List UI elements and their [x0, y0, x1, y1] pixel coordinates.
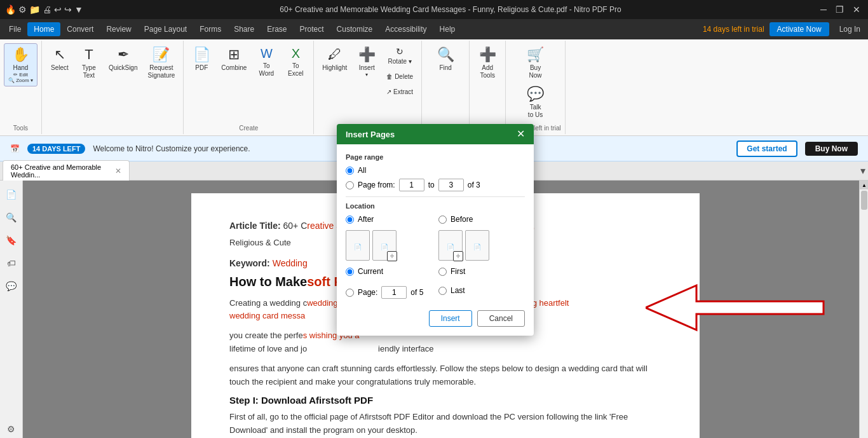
page-from-input[interactable] — [399, 179, 424, 191]
menu-review[interactable]: Review — [100, 22, 137, 36]
talk-label: Talkto Us — [528, 104, 543, 119]
radio-last[interactable] — [438, 287, 447, 295]
menu-file[interactable]: File — [3, 22, 27, 36]
radio-first[interactable] — [438, 268, 447, 276]
hand-button[interactable]: ✋ Hand ✏ Edit 🔍 Zoom ▾ — [4, 43, 37, 86]
menu-accessibility[interactable]: Accessibility — [379, 22, 433, 36]
request-sig-icon: 📝 — [153, 46, 170, 63]
zoom-label: 🔍 Zoom ▾ — [8, 78, 33, 83]
ribbon-select-items: ↖ Select T TypeText ✒ QuickSign 📝 Reques… — [46, 43, 179, 132]
menu-share[interactable]: Share — [227, 22, 261, 36]
radio-page-from[interactable] — [346, 181, 354, 189]
find-button[interactable]: 🔍 Find — [431, 43, 459, 75]
activate-now-button[interactable]: Activate Now — [770, 22, 829, 36]
undo-icon[interactable]: ↩ — [54, 4, 62, 15]
before-option: Before 📄 + 📄 — [438, 215, 525, 261]
close-tab-button[interactable]: ✕ — [115, 167, 121, 175]
hand-icon: ✋ — [12, 46, 29, 63]
highlight-button[interactable]: 🖊 Highlight — [318, 43, 351, 75]
buy-now-ribbon-button[interactable]: 🛒 BuyNow — [522, 43, 550, 83]
sidebar-comment-icon[interactable]: 💬 — [3, 277, 20, 295]
dialog-body: Page range All Page from: to of 3 Locati… — [337, 144, 534, 336]
sidebar-search-icon[interactable]: 🔍 — [3, 209, 20, 226]
to-label: to — [428, 181, 435, 189]
get-started-button[interactable]: Get started — [736, 140, 797, 157]
menu-bar: File Home Convert Review Page Layout For… — [0, 19, 868, 39]
type-text-button[interactable]: T TypeText — [75, 43, 103, 83]
radio-before[interactable] — [438, 216, 447, 224]
cancel-button[interactable]: Cancel — [477, 310, 525, 327]
insert-button[interactable]: Insert — [429, 310, 472, 327]
scroll-thumb[interactable] — [861, 191, 867, 210]
maximize-button[interactable]: ❐ — [833, 4, 846, 15]
minimize-button[interactable]: ─ — [818, 4, 829, 15]
highlight-label: Highlight — [322, 64, 347, 72]
to-excel-button[interactable]: X ToExcel — [281, 43, 309, 81]
window-title: 60+ Creative and Memorable Wedding Card … — [83, 5, 818, 14]
new-icon[interactable]: ⚙ — [18, 4, 27, 15]
before-page-thumb2: 📄 — [465, 230, 489, 261]
quick-sign-button[interactable]: ✒ QuickSign — [104, 43, 142, 75]
current-radio-row: Current — [346, 267, 383, 276]
talk-to-us-button[interactable]: 💬 Talkto Us — [522, 83, 550, 122]
dialog-close-button[interactable]: ✕ — [517, 129, 525, 139]
menu-forms[interactable]: Forms — [193, 22, 227, 36]
combine-button[interactable]: ⊞ Combine — [217, 43, 251, 75]
menu-convert[interactable]: Convert — [60, 22, 100, 36]
step1-heading: Step I: Download Afirstsoft PDF — [229, 395, 661, 406]
sidebar-settings-icon[interactable]: ⚙ — [3, 420, 20, 438]
menu-customize[interactable]: Customize — [330, 22, 379, 36]
request-signature-button[interactable]: 📝 RequestSignature — [143, 43, 179, 83]
pdf-button[interactable]: 📄 PDF — [187, 43, 215, 75]
menu-protect[interactable]: Protect — [294, 22, 330, 36]
document-tab[interactable]: 60+ Creative and Memorable Weddin... ✕ — [3, 160, 130, 181]
more-icon[interactable]: ▼ — [74, 4, 83, 15]
title-bar: 🔥 ⚙ 📁 🖨 ↩ ↪ ▼ 60+ Creative and Memorable… — [0, 0, 868, 19]
buy-now-notif-button[interactable]: Buy Now — [805, 142, 858, 156]
menu-home[interactable]: Home — [27, 22, 60, 36]
radio-after[interactable] — [346, 216, 354, 224]
add-tools-label: AddTools — [480, 64, 495, 79]
open-icon[interactable]: 📁 — [29, 4, 40, 15]
redo-icon[interactable]: ↪ — [64, 4, 72, 15]
sidebar-tag-icon[interactable]: 🏷 — [3, 254, 20, 272]
menu-page-layout[interactable]: Page Layout — [138, 22, 193, 36]
vertical-scrollbar[interactable]: ▲ — [859, 181, 868, 438]
sidebar-bookmark-icon[interactable]: 🔖 — [3, 231, 20, 249]
select-button[interactable]: ↖ Select — [46, 43, 74, 75]
log-in-button[interactable]: Log In — [834, 25, 865, 34]
extract-button[interactable]: ↗ Extract — [382, 85, 417, 99]
create-group-label: Create — [239, 122, 258, 132]
print-icon[interactable]: 🖨 — [43, 4, 51, 15]
scroll-up-button[interactable]: ▲ — [860, 181, 868, 189]
close-button[interactable]: ✕ — [850, 4, 863, 15]
insert-button[interactable]: ➕ Insert ▾ — [353, 43, 381, 81]
rotate-button[interactable]: ↻ Rotate ▾ — [382, 43, 417, 69]
insert-label: Insert — [359, 64, 375, 72]
page-number-input[interactable] — [381, 286, 407, 299]
select-label: Select — [51, 64, 69, 72]
radio-page-from-label: Page from: — [358, 181, 395, 189]
radio-all[interactable] — [346, 167, 354, 175]
radio-current[interactable] — [346, 268, 354, 276]
page-to-input[interactable] — [438, 179, 464, 191]
tab-label: 60+ Creative and Memorable Weddin... — [11, 163, 111, 179]
tab-dropdown-icon[interactable]: ▾ — [860, 165, 865, 177]
ribbon-group-add-tools: ➕ AddTools — [470, 41, 506, 134]
quick-sign-icon: ✒ — [118, 46, 129, 63]
radio-all-label: All — [358, 166, 366, 175]
extract-label: ↗ Extract — [386, 88, 413, 96]
sidebar-pages-icon[interactable]: 📄 — [3, 186, 20, 203]
menu-help[interactable]: Help — [433, 22, 462, 36]
svg-marker-0 — [646, 285, 824, 330]
to-word-button[interactable]: W ToWord — [252, 43, 280, 81]
menu-erase[interactable]: Erase — [261, 22, 293, 36]
left-sidebar: 📄 🔍 🔖 🏷 💬 ⚙ ✏ — [0, 181, 23, 438]
delete-button[interactable]: 🗑 Delete — [382, 70, 417, 84]
ribbon-create-items: 📄 PDF ⊞ Combine W ToWord X ToExcel — [187, 43, 309, 122]
after-page-thumb2: 📄 + — [372, 230, 397, 261]
current-label: Current — [358, 267, 383, 276]
add-tools-button[interactable]: ➕ AddTools — [473, 43, 501, 83]
trial-info: 14 days left in trial Activate Now Log I… — [703, 22, 865, 36]
radio-page[interactable] — [346, 289, 354, 297]
